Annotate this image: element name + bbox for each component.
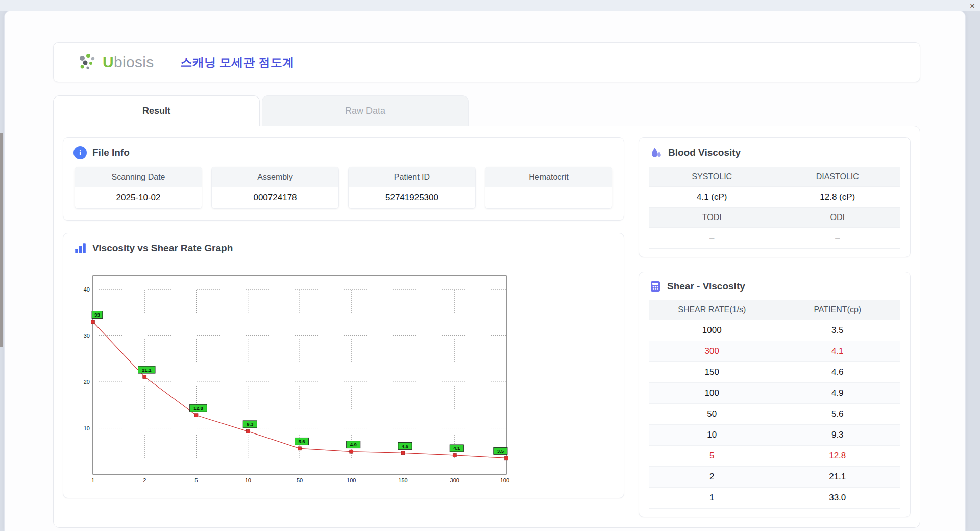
odi-value: –: [775, 228, 900, 249]
shear-rate-cell: 10: [649, 425, 775, 446]
field-label: Patient ID: [349, 167, 475, 187]
svg-text:4.9: 4.9: [350, 442, 357, 447]
tab-bar: Result Raw Data: [53, 95, 920, 126]
viscosity-graph-card: Viscosity vs Shear Rate Graph 1020304012…: [63, 233, 624, 498]
svg-text:9.3: 9.3: [247, 421, 253, 427]
file-info-title: File Info: [92, 147, 130, 158]
svg-text:40: 40: [84, 286, 90, 293]
page-title: 스캐닝 모세관 점도계: [180, 55, 294, 70]
svg-text:1: 1: [91, 477, 94, 484]
table-row: 100 4.9: [649, 383, 900, 404]
patient-column-header: PATIENT(cp): [775, 300, 900, 320]
viscosity-chart: 10203040125105010015030010003321.112.89.…: [74, 262, 614, 490]
table-row: 150 4.6: [649, 362, 900, 383]
ubiosis-logo: Ubiosis: [77, 52, 154, 73]
svg-text:100: 100: [347, 477, 356, 484]
shear-rate-cell: 300: [649, 341, 775, 362]
field-value: 2025-10-02: [75, 187, 202, 208]
field-assembly: Assembly 000724178: [211, 167, 339, 209]
table-row: 5 12.8: [649, 446, 900, 467]
svg-text:10: 10: [245, 477, 251, 484]
window-titlebar: ×: [0, 0, 980, 11]
patient-cell: 3.5: [775, 320, 900, 341]
table-row: 1000 3.5: [649, 320, 900, 341]
desktop-background-sliver: [0, 133, 3, 347]
shear-viscosity-table: SHEAR RATE(1/s) PATIENT(cp) 1000 3.5 300…: [649, 300, 900, 509]
field-patient-id: Patient ID 52741925300: [348, 167, 476, 209]
svg-text:50: 50: [297, 477, 303, 484]
patient-cell: 5.6: [775, 404, 900, 425]
table-header-row: SHEAR RATE(1/s) PATIENT(cp): [649, 300, 900, 320]
shear-rate-column-header: SHEAR RATE(1/s): [649, 300, 775, 320]
todi-value: –: [649, 228, 775, 249]
field-hematocrit: Hematocrit: [485, 167, 612, 209]
field-label: Scanning Date: [75, 167, 202, 187]
svg-text:21.1: 21.1: [142, 367, 152, 373]
patient-cell: 33.0: [775, 488, 900, 509]
svg-text:150: 150: [398, 477, 407, 484]
tab-result[interactable]: Result: [53, 95, 260, 126]
viscosity-chart-svg: 10203040125105010015030010003321.112.89.…: [76, 262, 509, 490]
blood-viscosity-title: Blood Viscosity: [668, 147, 741, 158]
logo-dots-icon: [77, 52, 99, 73]
field-value: 52741925300: [349, 187, 475, 208]
svg-text:30: 30: [84, 333, 90, 339]
table-row: 1 33.0: [649, 488, 900, 509]
table-row: 50 5.6: [649, 404, 900, 425]
blood-viscosity-table: SYSTOLIC DIASTOLIC 4.1 (cP) 12.8 (cP) TO…: [649, 167, 900, 249]
svg-text:5.6: 5.6: [298, 439, 305, 444]
patient-cell: 9.3: [775, 425, 900, 446]
patient-cell: 4.1: [775, 341, 900, 362]
systolic-value: 4.1 (cP): [649, 187, 775, 208]
result-tab-panel: i File Info Scanning Date 2025-10-02 Ass…: [53, 126, 920, 528]
shear-viscosity-title: Shear - Viscosity: [667, 281, 745, 292]
blood-viscosity-card: Blood Viscosity SYSTOLIC DIASTOLIC 4.1 (…: [639, 137, 911, 257]
field-value: 000724178: [212, 187, 338, 208]
shear-viscosity-card: Shear - Viscosity SHEAR RATE(1/s) PATIEN…: [639, 272, 911, 517]
odi-header: ODI: [775, 208, 900, 228]
svg-text:12.8: 12.8: [193, 405, 203, 411]
patient-cell: 12.8: [775, 446, 900, 467]
file-info-fields: Scanning Date 2025-10-02 Assembly 000724…: [74, 167, 614, 212]
close-icon[interactable]: ×: [970, 2, 975, 10]
systolic-header: SYSTOLIC: [649, 167, 775, 187]
svg-text:20: 20: [84, 379, 90, 385]
table-row: 300 4.1: [649, 341, 900, 362]
graph-title: Viscosity vs Shear Rate Graph: [92, 243, 233, 254]
shear-rate-cell: 150: [649, 362, 775, 383]
svg-text:4.6: 4.6: [402, 443, 408, 449]
logo-text: Ubiosis: [103, 54, 154, 71]
patient-cell: 4.9: [775, 383, 900, 404]
calculator-icon: [649, 280, 662, 293]
field-value: [485, 187, 612, 208]
svg-text:1000: 1000: [500, 477, 509, 484]
shear-rate-cell: 2: [649, 467, 775, 488]
file-info-card: i File Info Scanning Date 2025-10-02 Ass…: [63, 137, 624, 221]
svg-text:4.1: 4.1: [453, 445, 460, 451]
app-header: Ubiosis 스캐닝 모세관 점도계: [53, 42, 920, 82]
svg-text:5: 5: [194, 477, 198, 484]
table-row: 10 9.3: [649, 425, 900, 446]
shear-rate-cell: 5: [649, 446, 775, 467]
bar-chart-icon: [74, 242, 87, 255]
tab-raw-data[interactable]: Raw Data: [262, 95, 469, 126]
info-icon: i: [74, 146, 87, 159]
shear-rate-cell: 100: [649, 383, 775, 404]
app-window: Ubiosis 스캐닝 모세관 점도계 Result Raw Data i Fi…: [4, 10, 966, 531]
patient-cell: 4.6: [775, 362, 900, 383]
field-label: Hematocrit: [485, 167, 612, 187]
shear-rate-cell: 1000: [649, 320, 775, 341]
svg-text:10: 10: [84, 425, 90, 431]
field-label: Assembly: [212, 167, 338, 187]
blood-droplet-icon: [649, 146, 663, 159]
todi-header: TODI: [649, 208, 775, 228]
diastolic-value: 12.8 (cP): [775, 187, 900, 208]
shear-rate-cell: 1: [649, 488, 775, 509]
svg-text:300: 300: [450, 477, 459, 484]
svg-text:33: 33: [94, 312, 100, 318]
svg-text:2: 2: [143, 477, 146, 484]
field-scanning-date: Scanning Date 2025-10-02: [75, 167, 202, 209]
shear-rate-cell: 50: [649, 404, 775, 425]
patient-cell: 21.1: [775, 467, 900, 488]
diastolic-header: DIASTOLIC: [775, 167, 900, 187]
